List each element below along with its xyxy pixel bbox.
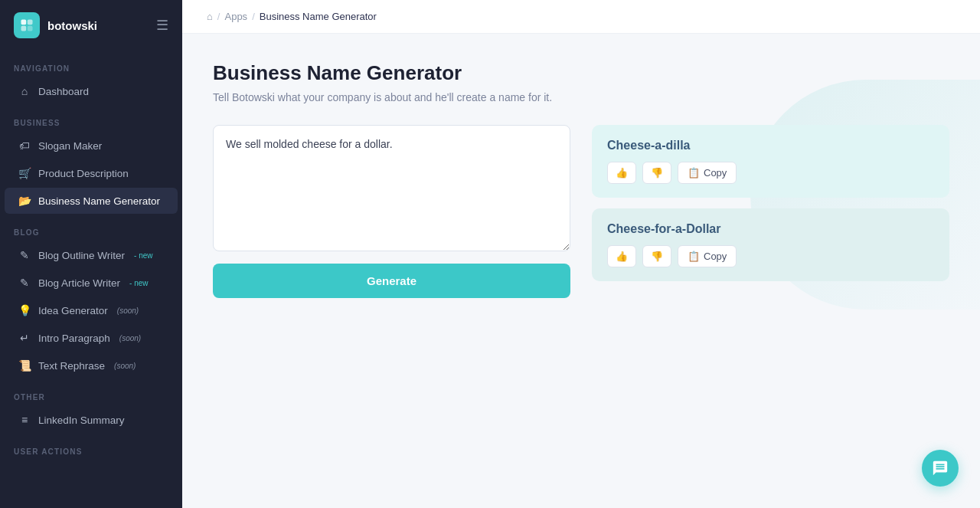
copy-icon-2: 📋 [688,251,700,262]
sidebar-header: botowski ☰ [0,0,182,51]
sidebar-item-label: Blog Article Writer [38,277,120,289]
sidebar-item-business-name-generator[interactable]: 📂 Business Name Generator [5,188,178,214]
svg-rect-2 [21,26,27,31]
svg-rect-3 [28,26,33,31]
sidebar-item-label: Product Description [38,168,129,179]
sidebar-item-label: Slogan Maker [38,140,102,152]
sidebar-item-text-rephrase[interactable]: 📜 Text Rephrase (soon) [5,352,178,379]
soon-badge-3: (soon) [114,362,136,370]
sidebar-item-label: Business Name Generator [38,195,160,207]
copy-icon-1: 📋 [688,167,700,179]
svg-rect-0 [21,20,27,25]
enter-icon: ↵ [18,332,31,344]
sidebar-item-label: Intro Paragraph [38,333,110,344]
edit-icon: ✎ [18,277,31,289]
result-name-2: Cheese-for-a-Dollar [607,222,934,236]
breadcrumb-current: Business Name Generator [260,11,377,22]
copy-label-2: Copy [704,251,727,262]
sidebar-item-blog-article-writer[interactable]: ✎ Blog Article Writer - new [5,270,178,296]
business-description-input[interactable] [213,125,570,251]
sidebar: botowski ☰ NAVIGATION ⌂ Dashboard BUSINE… [0,0,182,508]
home-icon: ⌂ [18,85,31,97]
main-content: ⌂ / Apps / Business Name Generator Busin… [182,0,980,508]
generate-button[interactable]: Generate [213,264,570,298]
input-area: Generate [213,125,570,298]
sidebar-item-blog-outline-writer[interactable]: ✎ Blog Outline Writer - new [5,242,178,268]
soon-badge-2: (soon) [119,334,141,342]
sidebar-item-dashboard[interactable]: ⌂ Dashboard [5,78,178,104]
sidebar-item-slogan-maker[interactable]: 🏷 Slogan Maker [5,133,178,159]
page-subtitle: Tell Botowski what your company is about… [213,91,949,103]
result-card-2: Cheese-for-a-Dollar 👍 👎 📋 Copy [592,208,949,281]
copy-button-1[interactable]: 📋 Copy [678,162,737,184]
sidebar-item-label: Idea Generator [38,305,108,316]
business-section-label: BUSINESS [0,105,182,132]
thumbs-down-icon: 👎 [651,167,663,179]
linkedin-icon: ≡ [18,414,31,426]
sidebar-item-label: Blog Outline Writer [38,250,125,261]
thumbs-up-button-1[interactable]: 👍 [607,162,636,184]
copy-label-1: Copy [704,167,727,179]
new-badge-2: - new [129,279,148,287]
sidebar-item-idea-generator[interactable]: 💡 Idea Generator (soon) [5,297,178,323]
breadcrumb-sep-2: / [252,11,255,22]
doc-icon: 📜 [18,359,31,372]
breadcrumb-home-icon[interactable]: ⌂ [207,11,213,22]
thumbs-up-button-2[interactable]: 👍 [607,245,636,267]
hamburger-icon[interactable]: ☰ [156,17,168,34]
svg-rect-1 [28,20,33,25]
sidebar-item-intro-paragraph[interactable]: ↵ Intro Paragraph (soon) [5,325,178,351]
result-actions-1: 👍 👎 📋 Copy [607,162,934,184]
thumbs-up-icon: 👍 [616,167,628,179]
results-area: Cheese-a-dilla 👍 👎 📋 Copy [592,125,949,281]
chat-fab-button[interactable] [922,450,959,487]
blog-section-label: BLOG [0,215,182,241]
sidebar-item-product-description[interactable]: 🛒 Product Description [5,160,178,186]
new-badge: - new [134,251,152,260]
pencil-icon: ✎ [18,249,31,261]
page-content: Business Name Generator Tell Botowski wh… [182,34,980,508]
content-grid: Generate Cheese-a-dilla 👍 👎 � [213,125,949,298]
result-name-1: Cheese-a-dilla [607,139,934,152]
breadcrumb-apps-link[interactable]: Apps [224,11,247,22]
sidebar-item-label: Dashboard [38,86,89,97]
sidebar-item-label: LinkedIn Summary [38,415,125,426]
sidebar-item-linkedin-summary[interactable]: ≡ LinkedIn Summary [5,407,178,433]
result-actions-2: 👍 👎 📋 Copy [607,245,934,267]
thumbs-up-icon-2: 👍 [616,251,628,262]
breadcrumb-sep-1: / [217,11,220,22]
thumbs-down-button-1[interactable]: 👎 [642,162,671,184]
nav-section-label: NAVIGATION [0,51,182,77]
logo-area: botowski [14,12,97,38]
sidebar-item-label: Text Rephrase [38,360,105,372]
thumbs-down-button-2[interactable]: 👎 [642,245,671,267]
copy-button-2[interactable]: 📋 Copy [678,245,737,267]
result-card-1: Cheese-a-dilla 👍 👎 📋 Copy [592,125,949,198]
bulb-icon: 💡 [18,304,31,316]
thumbs-down-icon-2: 👎 [651,251,663,262]
other-section-label: OTHER [0,379,182,406]
folder-icon: 📂 [18,195,31,207]
logo-icon [14,12,40,38]
cart-icon: 🛒 [18,167,31,179]
soon-badge: (soon) [117,306,139,315]
page-title: Business Name Generator [213,61,949,85]
logo-text: botowski [47,19,97,32]
breadcrumb: ⌂ / Apps / Business Name Generator [182,0,980,34]
user-actions-label: USER ACTIONS [0,434,182,460]
tag-icon: 🏷 [18,139,31,152]
